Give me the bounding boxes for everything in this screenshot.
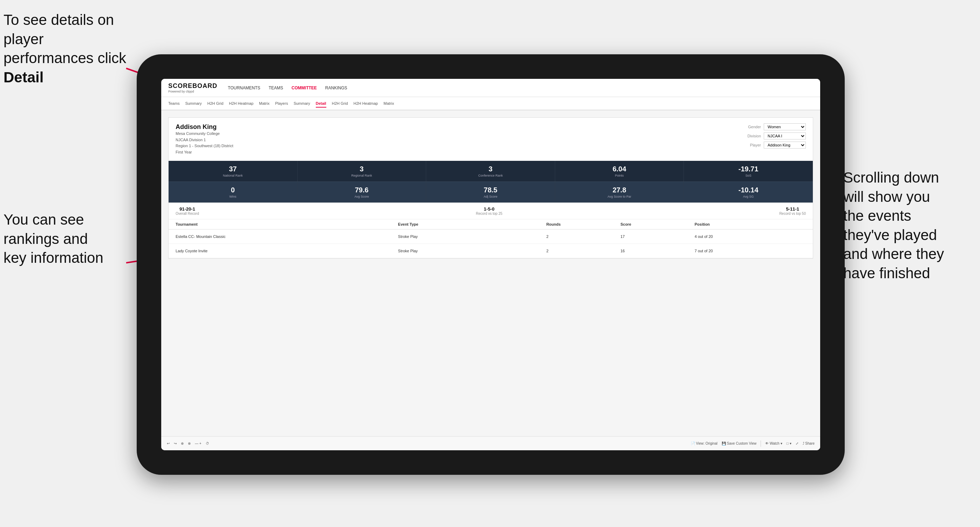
position: 7 out of 20 [695, 249, 806, 253]
stat-cell-row2-2: 78.5Adj Score [426, 182, 555, 203]
subnav-h2hgrid2[interactable]: H2H Grid [332, 100, 348, 107]
gender-select[interactable]: Women [764, 123, 806, 130]
rounds: 2 [546, 235, 621, 239]
view-original-btn[interactable]: 📄 View: Original [691, 441, 718, 445]
event-type: Stroke Play [398, 249, 546, 253]
event-type: Stroke Play [398, 235, 546, 239]
subnav-players[interactable]: Players [275, 100, 288, 107]
table-header-2: Rounds [546, 222, 621, 226]
player-division: NJCAA Division 1 [176, 137, 233, 143]
table-row[interactable]: Estella CC- Mountain Classic Stroke Play… [169, 230, 813, 244]
gender-label: Gender [740, 125, 761, 129]
main-content[interactable]: Addison King Mesa Community College NJCA… [161, 110, 820, 436]
player-select[interactable]: Addison King [764, 141, 806, 149]
sub-nav: Teams Summary H2H Grid H2H Heatmap Matri… [161, 97, 820, 110]
table-header-1: Event Type [398, 222, 546, 226]
subnav-teams[interactable]: Teams [168, 100, 180, 107]
records-row: 91-20-1Overall Record1-5-0Record vs top … [169, 203, 813, 219]
nav-teams[interactable]: TEAMS [269, 84, 283, 92]
zoom-in-btn[interactable]: ⊕ [181, 441, 184, 445]
table-header-4: Position [695, 222, 806, 226]
nav-items: TOURNAMENTS TEAMS COMMITTEE RANKINGS [228, 84, 347, 92]
player-year: First Year [176, 149, 233, 156]
save-custom-btn[interactable]: 💾 Save Custom View [722, 441, 756, 445]
bottom-toolbar: ↩ ↪ ⊕ ⊗ — + ⏱ 📄 View: Original 💾 Save Cu… [161, 436, 820, 450]
tablet-frame: SCOREBOARD Powered by clippd TOURNAMENTS… [137, 54, 845, 475]
nav-committee[interactable]: COMMITTEE [292, 84, 317, 92]
stat-cell-row1-4: -19.71SoS [684, 161, 813, 181]
logo-area: SCOREBOARD Powered by clippd [168, 83, 217, 93]
stat-cell-row2-4: -10.14Avg SG [684, 182, 813, 203]
division-select[interactable]: NJCAA I [764, 132, 806, 140]
score: 17 [620, 235, 695, 239]
stats-row2: 0Wins79.6Avg Score78.5Adj Score27.8Avg S… [169, 181, 813, 203]
player-info-left: Addison King Mesa Community College NJCA… [176, 123, 233, 155]
division-row: Division NJCAA I [740, 132, 806, 140]
annotation-bold: Detail [3, 69, 43, 86]
player-info-right: Gender Women Division NJCAA I [740, 123, 806, 155]
rounds: 2 [546, 249, 621, 253]
table-header-3: Score [620, 222, 695, 226]
annotation-bottom-left: You can see rankings and key information [3, 210, 123, 268]
subnav-detail[interactable]: Detail [316, 100, 326, 108]
undo-btn[interactable]: ↩ [167, 441, 170, 445]
content-card: Addison King Mesa Community College NJCA… [168, 117, 813, 259]
subnav-summary[interactable]: Summary [185, 100, 202, 107]
nav-rankings[interactable]: RANKINGS [325, 84, 347, 92]
subnav-matrix[interactable]: Matrix [259, 100, 269, 107]
zoom-out-btn[interactable]: ⊗ [188, 441, 191, 445]
player-school: Mesa Community College [176, 131, 233, 137]
nav-tournaments[interactable]: TOURNAMENTS [228, 84, 260, 92]
annotation-right: Scrolling down will show you the events … [843, 168, 977, 283]
logo-sub: Powered by clippd [168, 90, 217, 93]
player-label: Player [740, 143, 761, 147]
tablet-screen: SCOREBOARD Powered by clippd TOURNAMENTS… [161, 79, 820, 450]
subnav-matrix2[interactable]: Matrix [383, 100, 394, 107]
time-btn[interactable]: ⏱ [206, 441, 209, 445]
table-row[interactable]: Lady Coyote Invite Stroke Play 2 16 7 ou… [169, 244, 813, 258]
player-name: Addison King [176, 123, 233, 131]
gender-row: Gender Women [740, 123, 806, 130]
position: 4 out of 20 [695, 235, 806, 239]
nav-bar: SCOREBOARD Powered by clippd TOURNAMENTS… [161, 79, 820, 97]
record-item-0: 91-20-1Overall Record [176, 206, 199, 216]
stat-cell-row1-3: 6.04Points [555, 161, 684, 181]
stat-cell-row2-0: 0Wins [169, 182, 298, 203]
table-header: TournamentEvent TypeRoundsScorePosition [169, 219, 813, 230]
stat-cell-row2-3: 27.8Avg Score to Par [555, 182, 684, 203]
table-header-0: Tournament [176, 222, 398, 226]
subnav-h2hgrid[interactable]: H2H Grid [207, 100, 223, 107]
subnav-h2hheatmap2[interactable]: H2H Heatmap [354, 100, 378, 107]
stat-cell-row2-1: 79.6Avg Score [298, 182, 426, 203]
annotation-top-left: To see details on player performances cl… [3, 11, 137, 87]
player-region: Region 1 - Southwest (18) District [176, 143, 233, 149]
share-screen-btn[interactable]: □ ▾ [786, 441, 791, 445]
subnav-summary2[interactable]: Summary [294, 100, 310, 107]
redo-btn[interactable]: ↪ [174, 441, 177, 445]
record-item-1: 1-5-0Record vs top 25 [476, 206, 503, 216]
stats-row1: 37National Rank3Regional Rank3Conference… [169, 161, 813, 181]
fit-btn[interactable]: — + [195, 441, 202, 445]
expand-btn[interactable]: ⤢ [795, 441, 799, 445]
stat-cell-row1-0: 37National Rank [169, 161, 298, 181]
record-item-2: 5-11-1Record vs top 50 [779, 206, 806, 216]
stat-cell-row1-1: 3Regional Rank [298, 161, 426, 181]
share-btn[interactable]: ⤴ Share [803, 441, 815, 445]
watch-btn[interactable]: 👁 Watch ▾ [765, 441, 782, 445]
tournament-table: TournamentEvent TypeRoundsScorePosition … [169, 219, 813, 258]
tournament-name: Lady Coyote Invite [176, 249, 398, 253]
stat-cell-row1-2: 3Conference Rank [426, 161, 555, 181]
score: 16 [620, 249, 695, 253]
subnav-h2hheatmap[interactable]: H2H Heatmap [229, 100, 253, 107]
division-label: Division [740, 134, 761, 138]
player-row: Player Addison King [740, 141, 806, 149]
player-header: Addison King Mesa Community College NJCA… [169, 118, 813, 161]
tournament-name: Estella CC- Mountain Classic [176, 235, 398, 239]
logo-text: SCOREBOARD [168, 83, 217, 90]
